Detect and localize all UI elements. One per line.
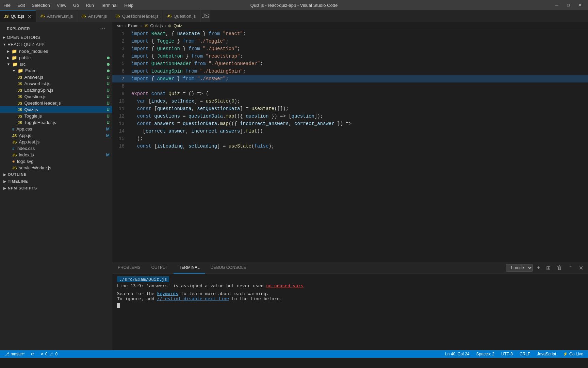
line-content[interactable]: export const Quiz = () => { xyxy=(129,90,588,97)
sidebar-item-questionheader-js[interactable]: JS QuestionHeader.js U xyxy=(0,100,112,106)
menu-edit[interactable]: Edit xyxy=(17,3,25,8)
sidebar-item-answerlist-js[interactable]: JS AnswerList.js U xyxy=(0,80,112,87)
line-content[interactable]: ); xyxy=(129,135,588,142)
tab-terminal[interactable]: TERMINAL xyxy=(174,262,205,274)
menu-selection[interactable]: Selection xyxy=(32,3,50,8)
code-line-5: 5 import QuestionHeader from "./Question… xyxy=(112,60,588,67)
npm-scripts-label: NPM SCRIPTS xyxy=(8,186,37,190)
add-terminal-button[interactable]: + xyxy=(535,263,542,272)
language-mode[interactable]: JavaScript xyxy=(536,352,557,356)
tab-questionheader[interactable]: JS QuestionHeader.js xyxy=(111,10,163,22)
encoding[interactable]: UTF-8 xyxy=(500,352,514,356)
live-share-button[interactable]: ⚡ Go Live xyxy=(561,352,585,356)
sidebar-item-public[interactable]: ▶ 📁 public xyxy=(0,55,112,61)
line-content[interactable]: var [index, setIndex] = useState(0); xyxy=(129,97,588,105)
split-terminal-button[interactable]: ⊞ xyxy=(544,263,553,273)
minimize-button[interactable]: ─ xyxy=(553,2,561,8)
tab-problems[interactable]: PROBLEMS xyxy=(112,262,146,274)
folder-icon: 📁 xyxy=(12,55,17,60)
menu-terminal[interactable]: Terminal xyxy=(101,3,117,8)
js-file-icon: JS xyxy=(18,75,22,79)
tab-close-icon[interactable]: ✕ xyxy=(28,14,32,19)
menu-go[interactable]: Go xyxy=(73,3,79,8)
sidebar-item-serviceworker-js[interactable]: JS serviceWorker.js xyxy=(0,165,112,171)
explorer-label: EXPLORER xyxy=(7,27,30,31)
sync-button[interactable]: ⟳ xyxy=(30,352,36,356)
tab-question[interactable]: JS Question.js xyxy=(163,10,200,22)
line-content[interactable]: const questions = questionData.map(({ qu… xyxy=(129,112,588,120)
terminal-eslint-link[interactable]: no-unused-vars xyxy=(266,283,304,288)
new-file-icon[interactable]: ⋯ xyxy=(100,26,105,32)
line-content[interactable]: const [isLoading, setLoading] = useState… xyxy=(129,142,588,150)
cursor-position[interactable]: Ln 40, Col 24 xyxy=(444,352,471,356)
sidebar-item-app-test-js[interactable]: JS App.test.js xyxy=(0,139,112,145)
maximize-terminal-button[interactable]: ⌃ xyxy=(566,263,575,273)
sidebar-item-question-js[interactable]: JS Question.js U xyxy=(0,93,112,100)
tab-output[interactable]: OUTPUT xyxy=(146,262,174,274)
code-editor[interactable]: 1 import React, { useState } from "react… xyxy=(112,30,588,262)
tab-debug-console[interactable]: DEBUG CONSOLE xyxy=(205,262,252,274)
terminal-content[interactable]: ./src/Exam/Quiz.js Line 13:9: 'answers' … xyxy=(112,274,588,350)
menu-help[interactable]: Help xyxy=(124,3,133,8)
line-content[interactable]: import { Jumbotron } from "reactstrap"; xyxy=(129,52,588,60)
sidebar-item-app-css[interactable]: # App.css M xyxy=(0,126,112,132)
sidebar-item-exam[interactable]: ▼ 📁 Exam xyxy=(0,67,112,74)
terminal-eslint-disable-link[interactable]: // eslint-disable-next-line xyxy=(157,296,229,301)
sidebar-item-toggle-js[interactable]: JS Toggle.js U xyxy=(0,113,112,119)
sidebar-item-index-css[interactable]: # index.css xyxy=(0,145,112,152)
line-ending[interactable]: CRLF xyxy=(518,352,532,356)
timeline-section[interactable]: ▶ TIMELINE xyxy=(0,178,112,185)
menu-run[interactable]: Run xyxy=(86,3,94,8)
npm-scripts-section[interactable]: ▶ NPM SCRIPTS xyxy=(0,185,112,191)
indentation[interactable]: Spaces: 2 xyxy=(475,352,496,356)
line-content[interactable]: import LoadingSpin from "./LoadingSpin"; xyxy=(129,67,588,75)
outline-section[interactable]: ▶ OUTLINE xyxy=(0,171,112,178)
sidebar-item-logo-svg[interactable]: ◈ logo.svg xyxy=(0,158,112,165)
terminal-keywords-link[interactable]: keywords xyxy=(157,291,178,296)
sidebar-item-quiz-js[interactable]: JS Quiz.js U xyxy=(0,106,112,113)
tab-quiz[interactable]: JS Quiz.js ✕ xyxy=(0,10,36,22)
breadcrumb-file[interactable]: Quiz.js xyxy=(150,24,163,28)
project-header[interactable]: ▼ REACT-QUIZ-APP xyxy=(0,41,112,48)
delete-terminal-button[interactable]: 🗑 xyxy=(555,263,564,272)
sidebar-item-src[interactable]: ▼ 📁 src xyxy=(0,61,112,67)
sidebar-item-loadingspin-js[interactable]: JS LoadingSpin.js U xyxy=(0,87,112,93)
line-content[interactable] xyxy=(129,82,588,90)
line-number: 16 xyxy=(112,142,129,150)
breadcrumb-sep1: › xyxy=(125,24,126,28)
sidebar-item-node-modules[interactable]: ▶ 📁 node_modules xyxy=(0,48,112,55)
menu-view[interactable]: View xyxy=(57,3,66,8)
git-branch-button[interactable]: ⎇ master* xyxy=(3,352,26,356)
sidebar-item-answer-js[interactable]: JS Answer.js U xyxy=(0,74,112,80)
menu-file[interactable]: File xyxy=(3,3,11,8)
tab-overflow[interactable]: JS xyxy=(200,10,210,22)
tab-answer[interactable]: JS Answer.js xyxy=(77,10,111,22)
sidebar-item-toggleheader-js[interactable]: JS ToggleHeader.js U xyxy=(0,119,112,126)
breadcrumb-symbol[interactable]: ⊚ xyxy=(168,24,172,28)
line-content[interactable]: import React, { useState } from "react"; xyxy=(129,30,588,37)
sidebar-item-index-js[interactable]: JS index.js M xyxy=(0,152,112,158)
sidebar-item-app-js[interactable]: JS App.js M xyxy=(0,132,112,139)
modified-badge: M xyxy=(106,133,110,138)
line-content[interactable]: const [questionData, setQuestionData] = … xyxy=(129,105,588,112)
line-content[interactable]: import { Toggle } from "./Toggle"; xyxy=(129,37,588,45)
breadcrumb-src[interactable]: src xyxy=(117,24,122,28)
line-content[interactable]: import { Question } from "./Question"; xyxy=(129,45,588,52)
js-file-icon: JS xyxy=(12,153,17,157)
errors-button[interactable]: ✕ 0 ⚠ 0 xyxy=(39,352,59,356)
terminal-instance-select[interactable]: 1: node xyxy=(506,264,533,272)
chevron-right-icon: ▶ xyxy=(3,186,6,190)
close-button[interactable]: ✕ xyxy=(576,2,585,8)
breadcrumb-exam[interactable]: Exam xyxy=(128,24,138,28)
untracked-badge: U xyxy=(107,81,110,86)
line-content[interactable]: import { Answer } from "./Answer"; xyxy=(129,75,588,82)
breadcrumb-class[interactable]: Quiz xyxy=(174,24,182,28)
maximize-button[interactable]: □ xyxy=(565,2,572,8)
line-content[interactable]: [correct_answer, incorrect_answers].flat… xyxy=(129,127,588,135)
line-content[interactable]: const answers = questionData.map(({ inco… xyxy=(129,120,588,127)
line-content[interactable]: import QuestionHeader from "./QuestionHe… xyxy=(129,60,588,67)
tab-answerlist[interactable]: JS AnswerList.js xyxy=(36,10,77,22)
close-terminal-button[interactable]: ✕ xyxy=(577,263,585,273)
untracked-badge: U xyxy=(107,88,110,93)
open-editors-header[interactable]: ▶ OPEN EDITORS xyxy=(0,34,112,41)
